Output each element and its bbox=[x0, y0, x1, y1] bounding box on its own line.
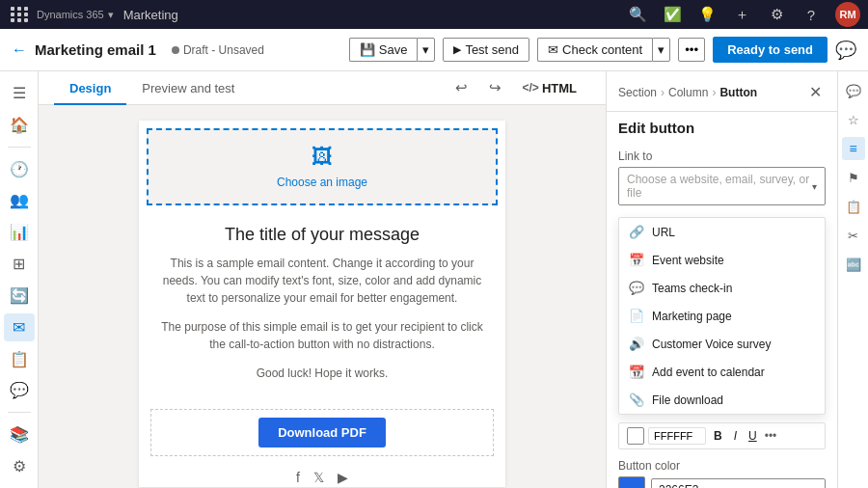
user-avatar[interactable]: RM bbox=[835, 2, 860, 27]
panel-header: Section › Column › Button ✕ bbox=[607, 71, 837, 112]
email-social: f 𝕏 ▶ bbox=[139, 460, 505, 488]
more-options-button[interactable]: ••• bbox=[678, 38, 705, 62]
html-button[interactable]: </> HTML bbox=[517, 78, 583, 98]
redo-button[interactable]: ↪ bbox=[483, 75, 507, 100]
comments-icon[interactable]: 💬 bbox=[835, 40, 856, 61]
email-canvas[interactable]: 🖼 Choose an image The title of your mess… bbox=[39, 105, 606, 488]
check-content-button[interactable]: ✉ Check content bbox=[537, 38, 652, 62]
button-color-label: Button color bbox=[618, 459, 826, 473]
youtube-icon[interactable]: ▶ bbox=[338, 470, 348, 485]
menu-item-event-cal-label: Add event to calendar bbox=[652, 366, 765, 379]
sidebar-forms-icon[interactable]: 📋 bbox=[4, 345, 35, 373]
rbar-star-icon[interactable]: ☆ bbox=[842, 108, 865, 131]
link-to-label: Link to bbox=[618, 149, 826, 163]
sidebar-analytics-icon[interactable]: 🔄 bbox=[4, 282, 35, 310]
menu-item-voice-label: Customer Voice survey bbox=[652, 338, 771, 351]
email-btn-section: Download PDF bbox=[150, 409, 494, 456]
app-name[interactable]: Dynamics 365 ▾ bbox=[37, 9, 114, 21]
email-body-text-2[interactable]: The purpose of this simple email is to g… bbox=[158, 318, 486, 353]
panel-close-button[interactable]: ✕ bbox=[805, 81, 826, 103]
text-color-swatch[interactable] bbox=[627, 427, 644, 445]
sidebar-home-icon[interactable]: 🏠 bbox=[4, 111, 35, 139]
link-type-dropdown-menu: 🔗 URL 📅 Event website 💬 Teams check-in 📄… bbox=[618, 217, 826, 415]
email-image-section[interactable]: 🖼 Choose an image bbox=[147, 128, 498, 205]
text-color-input[interactable] bbox=[648, 427, 706, 445]
sidebar-menu-icon[interactable]: ☰ bbox=[4, 79, 35, 107]
check-content-group: ✉ Check content ▾ bbox=[537, 38, 670, 62]
save-button-group: 💾 Save ▾ bbox=[349, 38, 436, 62]
back-button[interactable]: ← bbox=[12, 41, 27, 59]
menu-item-add-event[interactable]: 📆 Add event to calendar bbox=[619, 358, 825, 386]
button-color-row bbox=[618, 476, 826, 488]
rbar-copy-icon[interactable]: 📋 bbox=[842, 195, 865, 218]
waffle-icon[interactable] bbox=[8, 3, 31, 26]
sidebar-campaigns-icon[interactable]: 📊 bbox=[4, 218, 35, 246]
help-nav-icon[interactable]: ? bbox=[800, 4, 822, 25]
sidebar-recent-icon[interactable]: 🕐 bbox=[4, 155, 35, 183]
menu-item-file-download[interactable]: 📎 File download bbox=[619, 386, 825, 414]
menu-item-url[interactable]: 🔗 URL bbox=[619, 218, 825, 246]
undo-button[interactable]: ↩ bbox=[449, 75, 474, 100]
button-color-input[interactable] bbox=[651, 478, 826, 488]
rbar-format-icon[interactable]: 🔤 bbox=[842, 253, 865, 276]
choose-image-label[interactable]: Choose an image bbox=[277, 176, 367, 189]
email-title: Marketing email 1 bbox=[35, 41, 156, 58]
sidebar-settings-icon[interactable]: ⚙ bbox=[4, 452, 35, 480]
email-title-text[interactable]: The title of your message bbox=[158, 225, 486, 245]
dropdown-arrow-icon: ▾ bbox=[812, 181, 817, 192]
image-placeholder-icon: 🖼 bbox=[312, 145, 333, 170]
lightbulb-nav-icon[interactable]: 💡 bbox=[696, 4, 718, 25]
test-send-button[interactable]: ▶ Test send bbox=[443, 38, 529, 62]
facebook-icon[interactable]: f bbox=[296, 470, 300, 485]
bold-button[interactable]: B bbox=[710, 427, 726, 445]
settings-nav-icon[interactable]: ⚙ bbox=[766, 4, 787, 25]
sidebar-people-icon[interactable]: 👥 bbox=[4, 186, 35, 214]
breadcrumb-column[interactable]: Column bbox=[668, 86, 708, 99]
left-sidebar: ☰ 🏠 🕐 👥 📊 ⊞ 🔄 ✉ 📋 💬 📚 ⚙ bbox=[0, 71, 39, 488]
top-nav: Dynamics 365 ▾ Marketing 🔍 ✅ 💡 ＋ ⚙ ? RM bbox=[0, 0, 868, 29]
italic-button[interactable]: I bbox=[730, 427, 741, 445]
search-nav-icon[interactable]: 🔍 bbox=[627, 4, 648, 25]
panel-body: Link to Choose a website, email, survey,… bbox=[607, 142, 837, 488]
status-badge: Draft - Unsaved bbox=[172, 43, 264, 57]
rbar-list-icon[interactable]: ≡ bbox=[842, 137, 865, 160]
breadcrumb-sep-1: › bbox=[661, 86, 665, 99]
breadcrumb-section[interactable]: Section bbox=[618, 86, 657, 99]
right-icon-bar: 💬 ☆ ≡ ⚑ 📋 ✂ 🔤 bbox=[837, 71, 868, 488]
sidebar-email-icon[interactable]: ✉ bbox=[4, 313, 35, 341]
ready-to-send-button[interactable]: Ready to send bbox=[713, 37, 827, 63]
sidebar-library-icon[interactable]: 📚 bbox=[4, 420, 35, 448]
customer-voice-icon: 🔊 bbox=[629, 337, 644, 351]
email-content: 🖼 Choose an image The title of your mess… bbox=[139, 121, 505, 487]
sidebar-segments-icon[interactable]: ⊞ bbox=[4, 250, 35, 278]
tab-design[interactable]: Design bbox=[54, 71, 126, 105]
link-to-dropdown[interactable]: Choose a website, email, survey, or file… bbox=[618, 167, 826, 205]
menu-item-teams-checkin[interactable]: 💬 Teams check-in bbox=[619, 274, 825, 302]
email-cta-button[interactable]: Download PDF bbox=[258, 418, 386, 447]
rbar-filter-icon[interactable]: ⚑ bbox=[842, 166, 865, 189]
email-good-luck-text[interactable]: Good luck! Hope it works. bbox=[158, 365, 486, 382]
check-content-dropdown[interactable]: ▾ bbox=[652, 38, 670, 62]
tab-preview[interactable]: Preview and test bbox=[126, 71, 250, 105]
rbar-comments-icon[interactable]: 💬 bbox=[842, 79, 865, 102]
menu-item-teams-label: Teams check-in bbox=[652, 282, 732, 295]
tasks-nav-icon[interactable]: ✅ bbox=[662, 4, 683, 25]
format-more-button[interactable]: ••• bbox=[765, 429, 777, 443]
menu-item-event-website[interactable]: 📅 Event website bbox=[619, 246, 825, 274]
save-button[interactable]: 💾 Save bbox=[349, 38, 418, 62]
underline-button[interactable]: U bbox=[745, 427, 761, 445]
menu-item-marketing-page[interactable]: 📄 Marketing page bbox=[619, 302, 825, 330]
button-color-preview[interactable] bbox=[618, 476, 645, 488]
status-dot bbox=[172, 46, 179, 54]
sub-toolbar: ← Marketing email 1 Draft - Unsaved 💾 Sa… bbox=[0, 29, 868, 71]
sidebar-chat-icon[interactable]: 💬 bbox=[4, 377, 35, 405]
save-dropdown-button[interactable]: ▾ bbox=[417, 38, 435, 62]
menu-item-customer-voice[interactable]: 🔊 Customer Voice survey bbox=[619, 330, 825, 358]
teams-icon: 💬 bbox=[629, 281, 644, 295]
rbar-scissors-icon[interactable]: ✂ bbox=[842, 224, 865, 247]
breadcrumb-button[interactable]: Button bbox=[719, 86, 757, 99]
add-nav-icon[interactable]: ＋ bbox=[731, 4, 752, 25]
menu-item-marketing-label: Marketing page bbox=[652, 310, 732, 323]
email-body-text[interactable]: This is a sample email content. Change i… bbox=[158, 255, 486, 307]
twitter-icon[interactable]: 𝕏 bbox=[313, 470, 324, 485]
